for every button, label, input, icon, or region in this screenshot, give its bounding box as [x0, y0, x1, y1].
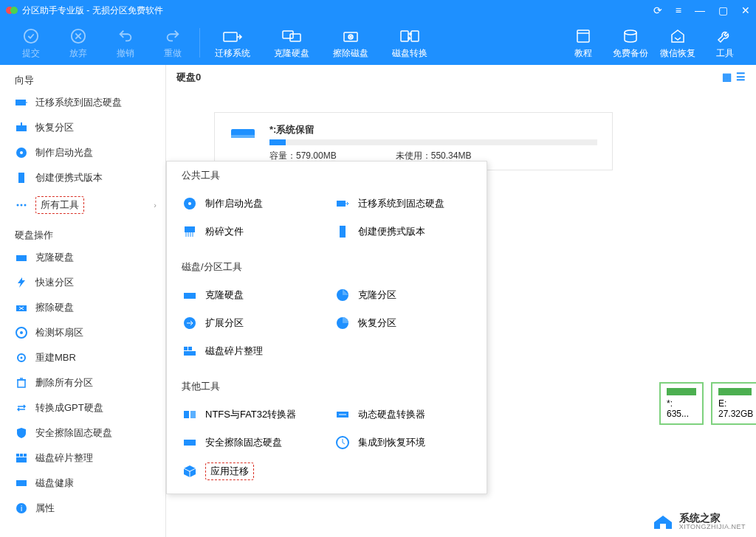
sidebar-item-all-tools[interactable]: 所有工具›	[0, 190, 165, 220]
target-icon	[15, 326, 28, 339]
dynamic-icon	[334, 406, 351, 423]
popup-item-clone-disk[interactable]: 克隆硬盘	[174, 281, 327, 309]
tutorial-button[interactable]: 教程	[560, 22, 607, 63]
dots-icon	[15, 198, 28, 212]
partition-block-star[interactable]: *: 635...	[659, 382, 704, 425]
grid-view-icon[interactable]: ▦	[722, 71, 732, 84]
svg-rect-13	[16, 100, 26, 105]
sidebar-item-rebuild-mbr[interactable]: 重建MBR	[0, 345, 165, 370]
svg-rect-30	[16, 457, 27, 462]
popup-item-boot-disc[interactable]: 制作启动光盘	[174, 190, 327, 218]
disk-header: 硬盘0 ▦ ☰	[166, 65, 756, 90]
popup-item-recover-partition[interactable]: 恢复分区	[327, 309, 480, 337]
discard-button[interactable]: 放弃	[55, 22, 102, 63]
svg-rect-10	[411, 31, 419, 41]
sidebar-item-convert-gpt[interactable]: 转换成GPT硬盘	[0, 395, 165, 420]
svg-point-18	[17, 204, 19, 207]
sidebar-item-quick-partition[interactable]: 快速分区	[0, 270, 165, 295]
svg-rect-4	[224, 32, 237, 41]
erase-disk-button[interactable]: 擦除磁盘	[321, 22, 380, 63]
migrate-icon	[222, 27, 243, 46]
popup-item-extend-partition[interactable]: 扩展分区	[174, 309, 327, 337]
svg-point-24	[20, 331, 23, 334]
wrench-icon	[715, 27, 735, 46]
disc-icon	[182, 195, 198, 212]
svg-point-20	[24, 204, 27, 207]
tools-button[interactable]: 工具	[701, 22, 749, 63]
sidebar-item-recover-partition[interactable]: 恢复分区	[0, 115, 165, 140]
box-icon	[182, 463, 198, 479]
svg-rect-17	[18, 173, 24, 183]
convert-icon	[399, 27, 420, 46]
drive-icon	[230, 125, 256, 142]
usb-icon	[334, 224, 351, 240]
popup-item-secure-erase[interactable]: 安全擦除固态硬盘	[174, 429, 327, 457]
backup-icon	[620, 27, 641, 46]
svg-point-12	[625, 30, 636, 35]
list-view-icon[interactable]: ☰	[736, 71, 746, 84]
disk-convert-button[interactable]: 磁盘转换	[380, 22, 439, 63]
sidebar-item-migrate-ssd[interactable]: 迁移系统到固态硬盘	[0, 90, 165, 115]
popup-item-dynamic-convert[interactable]: 动态硬盘转换器	[327, 401, 480, 429]
redo-icon	[162, 27, 183, 46]
popup-item-shred[interactable]: 粉碎文件	[174, 218, 327, 246]
sidebar-item-properties[interactable]: i属性	[0, 496, 165, 521]
sidebar-item-delete-all[interactable]: 删除所有分区	[0, 370, 165, 395]
clone-icon	[281, 27, 302, 46]
svg-rect-31	[16, 480, 27, 486]
refresh-icon[interactable]: ⟳	[653, 4, 662, 16]
sidebar-item-defrag[interactable]: 磁盘碎片整理	[0, 446, 165, 471]
sidebar-item-disk-health[interactable]: 磁盘健康	[0, 471, 165, 496]
partition-title: *:系统保留	[269, 123, 597, 136]
svg-rect-39	[185, 226, 195, 232]
popup-item-app-migrate[interactable]: 应用迁移	[174, 457, 327, 486]
redo-button[interactable]: 重做	[149, 22, 196, 63]
convert-fs-icon	[182, 406, 198, 423]
svg-rect-51	[184, 440, 196, 446]
watermark: 系统之家 XITONGZHIJIA.NET	[651, 513, 746, 531]
popup-item-portable[interactable]: 创建便携式版本	[327, 218, 480, 246]
svg-point-19	[21, 204, 23, 207]
svg-rect-28	[20, 454, 23, 457]
menu-icon[interactable]: ≡	[676, 4, 681, 16]
ssd-arrow-icon	[334, 195, 351, 212]
sidebar-item-secure-erase-ssd[interactable]: 安全擦除固态硬盘	[0, 420, 165, 446]
toolbar: 提交 放弃 撤销 重做 迁移系统 克隆硬盘 擦除磁盘 磁盘转换 教程 免费备份 …	[0, 21, 756, 65]
sidebar-item-portable[interactable]: 创建便携式版本	[0, 165, 165, 190]
svg-rect-49	[190, 411, 196, 418]
svg-rect-21	[16, 255, 27, 261]
popup-item-recovery-env[interactable]: 集成到恢复环境	[327, 429, 480, 457]
commit-button[interactable]: 提交	[7, 22, 55, 63]
popup-item-defrag[interactable]: 磁盘碎片整理	[174, 337, 327, 365]
wechat-recover-button[interactable]: 微信恢复	[654, 22, 701, 63]
eraser-icon	[15, 301, 28, 314]
svg-text:i: i	[21, 505, 22, 513]
window-controls: ⟳ ≡ — ▢ ✕	[653, 4, 750, 16]
backup-button[interactable]: 免费备份	[607, 22, 654, 63]
popup-item-migrate-ssd[interactable]: 迁移系统到固态硬盘	[327, 190, 480, 218]
svg-rect-47	[184, 351, 196, 356]
clone-disk-button[interactable]: 克隆硬盘	[262, 22, 321, 63]
sidebar-item-boot-disc[interactable]: 制作启动光盘	[0, 140, 165, 165]
cancel-icon	[68, 27, 89, 46]
undo-icon	[115, 27, 136, 46]
popup-item-clone-partition[interactable]: 克隆分区	[327, 281, 480, 309]
popup-item-ntfs-fat32[interactable]: NTFS与FAT32转换器	[174, 401, 327, 429]
sidebar-item-clone-disk[interactable]: 克隆硬盘	[0, 245, 165, 270]
popup-section-public: 公共工具	[167, 162, 487, 187]
clone-disk-icon	[15, 251, 28, 264]
svg-rect-35	[231, 135, 255, 138]
close-icon[interactable]: ✕	[741, 4, 750, 16]
svg-rect-5	[283, 31, 293, 38]
maximize-icon[interactable]: ▢	[718, 4, 728, 16]
ssd-erase-icon	[182, 434, 198, 451]
bolt-icon	[15, 276, 28, 289]
sidebar-item-erase-disk[interactable]: 擦除硬盘	[0, 295, 165, 320]
partition-block-e[interactable]: E: 27.32GB NTFS	[711, 382, 756, 425]
migrate-system-button[interactable]: 迁移系统	[203, 22, 262, 63]
sidebar-item-bad-sector[interactable]: 检测坏扇区	[0, 320, 165, 345]
defrag-icon	[15, 451, 28, 465]
ssd-icon	[15, 96, 28, 109]
minimize-icon[interactable]: —	[695, 4, 705, 16]
undo-button[interactable]: 撤销	[102, 22, 149, 63]
